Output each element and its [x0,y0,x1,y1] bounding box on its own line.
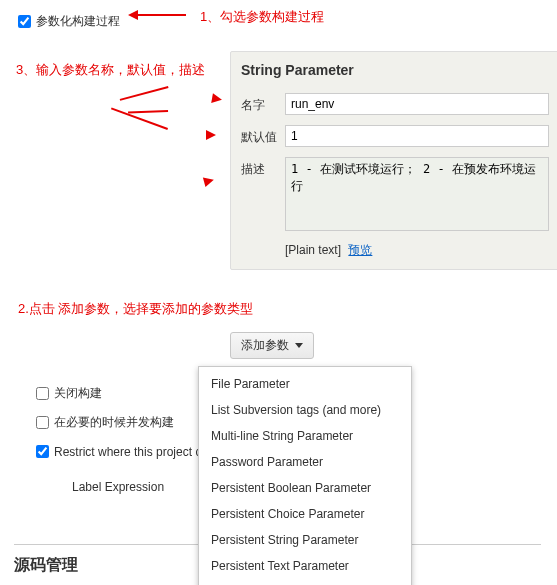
default-label: 默认值 [241,125,285,146]
dropdown-item[interactable]: Persistent Boolean Parameter [199,475,411,501]
concurrent-build-checkbox[interactable] [36,416,49,429]
name-input[interactable] [285,93,549,115]
dropdown-item[interactable]: Run Parameter [199,579,411,585]
dropdown-item[interactable]: Persistent Choice Parameter [199,501,411,527]
dropdown-item[interactable]: Multi-line String Parameter [199,423,411,449]
concurrent-build-label: 在必要的时候并发构建 [54,414,174,431]
parametrize-checkbox[interactable] [18,15,31,28]
parametrize-label: 参数化构建过程 [36,13,120,30]
restrict-label: Restrict where this project ca [54,445,208,459]
add-param-button[interactable]: 添加参数 [230,332,314,359]
preview-link[interactable]: 预览 [348,243,372,257]
dropdown-item[interactable]: Persistent Text Parameter [199,553,411,579]
add-param-label: 添加参数 [241,337,289,354]
panel-title: String Parameter [241,62,549,88]
desc-textarea[interactable] [285,157,549,231]
annotation-1: 1、勾选参数构建过程 [200,8,324,26]
default-input[interactable] [285,125,549,147]
annotation-2: 2.点击 添加参数，选择要添加的参数类型 [14,270,557,326]
restrict-checkbox[interactable] [36,445,49,458]
plain-text-label: [Plain text] [285,243,341,257]
dropdown-item[interactable]: List Subversion tags (and more) [199,397,411,423]
desc-label: 描述 [241,157,285,178]
dropdown-item[interactable]: Persistent String Parameter [199,527,411,553]
dropdown-item[interactable]: Password Parameter [199,449,411,475]
close-build-label: 关闭构建 [54,385,102,402]
add-param-dropdown: File Parameter List Subversion tags (and… [198,366,412,585]
dropdown-item[interactable]: File Parameter [199,371,411,397]
close-build-checkbox[interactable] [36,387,49,400]
caret-down-icon [295,343,303,348]
name-label: 名字 [241,93,285,114]
